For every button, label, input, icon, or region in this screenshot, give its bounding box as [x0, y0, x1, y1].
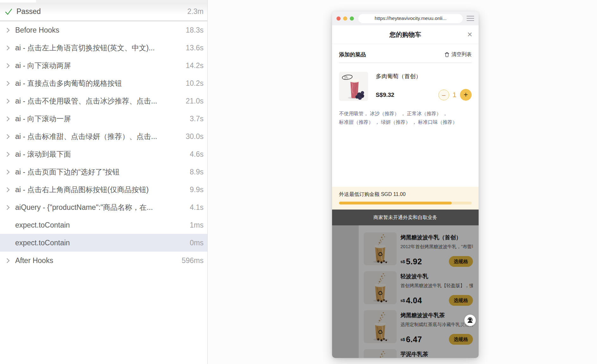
url-bar[interactable]: https://heyteavivocity.meuu.onli...	[358, 14, 463, 23]
clear-cart-label: 清空列表	[451, 51, 472, 58]
currency-label: s$	[400, 298, 405, 303]
product-price: 4.04	[406, 296, 422, 305]
step-rows-container: Before Hooks 18.3s ai - 点击左上角语言切换按钮(英文、中…	[0, 21, 207, 269]
expand-chevron-icon	[5, 187, 10, 192]
step-label: ai - 点击左上角语言切换按钮(英文、中文)...	[15, 43, 181, 53]
expand-chevron-icon	[5, 134, 10, 139]
test-step-list: Passed 2.3m Before Hooks 18.3s ai - 点击左上…	[0, 3, 207, 269]
test-step-row[interactable]: ai - 点击不使用吸管、点击冰沙推荐、点击... 21.0s	[0, 92, 207, 110]
top-strip-notch	[0, 0, 36, 3]
expand-chevron-icon	[5, 169, 10, 174]
select-spec-button[interactable]: 选规格	[449, 334, 473, 345]
step-label: ai - 点击页面下边的“选好了”按钮	[15, 167, 185, 177]
step-duration: 14.2s	[186, 61, 204, 70]
step-duration: 596ms	[182, 256, 204, 265]
traffic-lights	[336, 16, 354, 21]
step-duration: 4.1s	[190, 203, 204, 212]
product-list-item: 芋泥牛乳茶	[364, 349, 473, 358]
step-duration: 0ms	[190, 239, 204, 247]
trash-icon	[444, 52, 449, 57]
headset-person-icon	[467, 317, 474, 324]
expand-chevron-icon	[5, 81, 10, 86]
expand-chevron-icon	[5, 116, 10, 121]
cart-header: 您的购物车 ×	[332, 25, 479, 44]
decrease-quantity-button[interactable]: –	[438, 90, 449, 100]
select-spec-button[interactable]: 选规格	[449, 256, 473, 267]
currency-label: s$	[400, 259, 405, 264]
step-label: aiQuery - {"productName":"商品名称，在...	[15, 203, 185, 212]
product-name: 烤黑糖波波牛乳（首创）	[400, 234, 473, 241]
test-step-row[interactable]: ai - 滚动到最下面 4.6s	[0, 145, 207, 163]
test-step-row[interactable]: ai - 点击页面下边的“选好了”按钮 8.9s	[0, 163, 207, 181]
customer-service-button[interactable]	[464, 315, 476, 326]
step-label: ai - 点击右上角商品图标按钮(仅商品按钮)	[15, 185, 185, 195]
test-step-row[interactable]: ai - 点击右上角商品图标按钮(仅商品按钮) 9.9s	[0, 181, 207, 198]
expand-chevron-icon	[5, 45, 10, 50]
test-step-row[interactable]: ai - 向下滚动一屏 3.7s	[0, 110, 207, 128]
test-summary-row[interactable]: Passed 2.3m	[0, 3, 207, 21]
close-window-button[interactable]	[336, 16, 341, 21]
menu-page: 烤黑糖波波牛乳（首创） 2012年首创烤黑糖波波牛乳，“布蕾珍... s$ 5.…	[332, 225, 479, 358]
step-duration: 3.7s	[190, 115, 204, 123]
product-description: 2012年首创烤黑糖波波牛乳，“布蕾珍...	[400, 244, 473, 250]
test-step-row[interactable]: Before Hooks 18.3s	[0, 21, 207, 39]
product-price: 6.47	[406, 335, 422, 344]
step-duration: 18.3s	[186, 26, 204, 35]
test-step-row[interactable]: ai - 点击标准甜、点击绿妍（推荐）、点击... 30.0s	[0, 128, 207, 145]
product-image	[364, 271, 397, 304]
product-image	[364, 232, 397, 265]
product-image	[364, 310, 397, 343]
test-total-duration: 2.3m	[187, 7, 204, 16]
product-list-item: 轻波波牛乳 首创烤黑糖波波牛乳【轻盈版】，慢熬... s$ 4.04 选规格	[364, 271, 473, 310]
step-label: ai - 向下滚动两屏	[15, 61, 181, 71]
expand-chevron-icon	[5, 205, 10, 210]
test-step-row[interactable]: ai - 向下滚动两屏 14.2s	[0, 57, 207, 74]
zoom-window-button[interactable]	[350, 16, 354, 21]
product-list-item: 烤黑糖波波牛乳茶 选用定制嫣红茶底与冷藏牛乳灵感特调... s$ 6.47 选规…	[364, 310, 473, 349]
step-duration: 4.6s	[190, 150, 204, 159]
expand-chevron-icon	[5, 258, 10, 263]
test-step-row[interactable]: aiQuery - {"productName":"商品名称，在... 4.1s	[0, 198, 207, 216]
clear-cart-button[interactable]: 清空列表	[444, 51, 472, 58]
product-name: 芋泥牛乳茶	[400, 350, 473, 358]
close-cart-icon[interactable]: ×	[467, 30, 472, 39]
cart-item: 多肉葡萄（首创） S$9.32 – 1 +	[339, 72, 472, 101]
test-step-row[interactable]: ai - 点击左上角语言切换按钮(英文、中文)... 13.6s	[0, 39, 207, 57]
minimum-order-label: 外送最低订购金额 SGD 11.00	[339, 191, 472, 198]
step-label: ai - 点击标准甜、点击绿妍（推荐）、点击...	[15, 132, 181, 141]
step-label: ai - 滚动到最下面	[15, 149, 185, 159]
product-name: 轻波波牛乳	[400, 273, 473, 280]
top-strip	[0, 0, 207, 3]
quantity-value: 1	[453, 91, 456, 99]
options-line2: 标准甜（推荐） ， 绿妍（推荐） ， 标准口味（推荐）	[339, 118, 472, 126]
service-unavailable-notice: 商家暂未开通外卖和自取业务	[332, 210, 479, 225]
browser-chrome: https://heyteavivocity.meuu.onli...	[332, 11, 479, 25]
browser-window: https://heyteavivocity.meuu.onli... 您的购物…	[332, 11, 479, 358]
product-list-item: 烤黑糖波波牛乳（首创） 2012年首创烤黑糖波波牛乳，“布蕾珍... s$ 5.…	[364, 232, 473, 271]
currency-label: s$	[400, 337, 405, 342]
cart-item-image	[339, 72, 368, 101]
step-duration: 10.2s	[186, 79, 204, 88]
expand-chevron-icon	[5, 98, 10, 104]
menu-icon[interactable]	[467, 16, 474, 21]
step-duration: 13.6s	[186, 44, 204, 52]
test-status-label: Passed	[16, 7, 183, 16]
category-sidebar	[332, 225, 359, 358]
added-items-heading: 添加的菜品	[339, 51, 366, 58]
step-duration: 8.9s	[190, 168, 204, 176]
order-progress-fill	[339, 202, 452, 204]
step-label: After Hooks	[15, 256, 177, 265]
test-step-row[interactable]: ai - 直接点击多肉葡萄的规格按钮 10.2s	[0, 74, 207, 92]
step-label: ai - 向下滚动一屏	[15, 114, 185, 124]
step-duration: 21.0s	[186, 97, 204, 105]
select-spec-button[interactable]: 选规格	[449, 295, 473, 306]
minimize-window-button[interactable]	[343, 16, 347, 21]
expand-chevron-icon	[5, 28, 10, 33]
test-step-row[interactable]: After Hooks 596ms	[0, 252, 207, 269]
increase-quantity-button[interactable]: +	[460, 89, 472, 101]
quantity-stepper: – 1 +	[438, 89, 472, 101]
step-duration: 1ms	[190, 221, 204, 229]
test-report-panel: Passed 2.3m Before Hooks 18.3s ai - 点击左上…	[0, 0, 208, 364]
test-step-row[interactable]: expect.toContain 0ms	[0, 234, 207, 252]
test-step-row[interactable]: expect.toContain 1ms	[0, 216, 207, 234]
